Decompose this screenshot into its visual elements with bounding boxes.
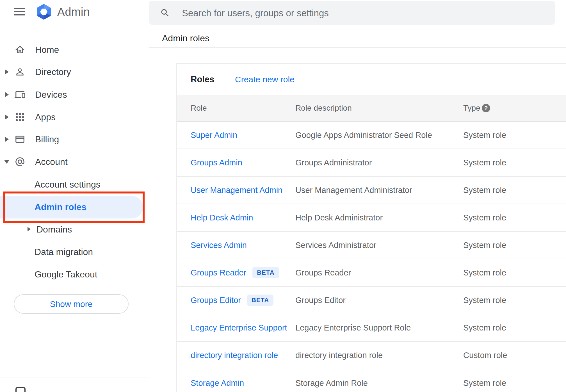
at-email-icon xyxy=(15,156,25,167)
help-icon[interactable]: ? xyxy=(482,104,490,112)
sidebar-item-label: Account settings xyxy=(35,179,101,190)
role-type: System role xyxy=(463,379,506,388)
beta-badge: BETA xyxy=(252,267,279,278)
sidebar-item-domains[interactable]: Domains xyxy=(0,218,144,241)
sidebar-bottom-divider xyxy=(0,377,149,377)
role-description: Google Apps Administrator Seed Role xyxy=(295,131,432,140)
column-header-description: Role description xyxy=(295,104,352,113)
sidebar-item-data-migration[interactable]: Data migration xyxy=(0,241,144,263)
role-link[interactable]: Legacy Enterprise Support xyxy=(191,323,287,332)
role-link[interactable]: Storage Admin xyxy=(191,379,244,388)
role-link[interactable]: Services Admin xyxy=(191,241,247,250)
table-row: Help Desk Admin Help Desk Administrator … xyxy=(177,204,566,232)
sidebar: Admin Home Directory Devices xyxy=(0,0,149,392)
role-type: System role xyxy=(463,323,506,332)
partially-visible-icon xyxy=(15,387,26,392)
hamburger-menu-icon[interactable] xyxy=(14,8,25,15)
role-description: Groups Editor xyxy=(295,296,346,305)
roles-card: Roles Create new role Role Role descript… xyxy=(176,63,566,392)
roles-toolbar: Roles Create new role xyxy=(177,64,566,95)
sidebar-item-apps[interactable]: Apps xyxy=(0,106,144,128)
role-link[interactable]: Groups Admin xyxy=(191,158,242,167)
role-link-label: Groups Editor xyxy=(191,296,241,305)
search-bar xyxy=(149,1,555,25)
role-link[interactable]: Help Desk Admin xyxy=(191,213,253,222)
admin-hexagon-logo-icon xyxy=(35,3,52,20)
sidebar-item-google-takeout[interactable]: Google Takeout xyxy=(0,263,144,286)
table-header-row: Role Role description Type ? xyxy=(177,95,566,122)
devices-icon xyxy=(15,89,25,100)
role-link[interactable]: Super Admin xyxy=(191,131,237,140)
role-description: User Management Administrator xyxy=(295,186,412,195)
column-header-type: Type xyxy=(463,104,480,113)
expand-arrow-icon xyxy=(5,115,9,120)
role-description: Groups Reader xyxy=(295,268,351,277)
role-type: Custom role xyxy=(463,351,507,360)
sidebar-item-label: Devices xyxy=(35,90,67,100)
person-icon xyxy=(15,67,25,77)
sidebar-item-billing[interactable]: Billing xyxy=(0,128,144,151)
sidebar-item-label: Apps xyxy=(35,112,56,122)
role-type: System role xyxy=(463,213,506,222)
sidebar-item-devices[interactable]: Devices xyxy=(0,83,144,106)
table-row: Legacy Enterprise Support Legacy Enterpr… xyxy=(177,314,566,342)
sidebar-item-label: Data migration xyxy=(35,247,93,257)
role-description: Legacy Enterprise Support Role xyxy=(295,323,411,332)
sidebar-item-home[interactable]: Home xyxy=(0,38,144,61)
search-icon xyxy=(160,8,170,18)
sidebar-item-directory[interactable]: Directory xyxy=(0,61,144,83)
table-row: User Management Admin User Management Ad… xyxy=(177,177,566,204)
table-row: directory integration role directory int… xyxy=(177,342,566,369)
role-type: System role xyxy=(463,186,506,195)
role-description: Services Administrator xyxy=(295,241,376,250)
apps-grid-icon xyxy=(15,112,25,122)
role-description: Help Desk Administrator xyxy=(295,213,383,222)
role-link-label: Groups Reader xyxy=(191,268,246,277)
header-divider xyxy=(149,47,566,48)
table-row: Storage Admin Storage Admin Role System … xyxy=(177,369,566,392)
role-description: directory integration role xyxy=(295,351,383,360)
table-row: Groups Admin Groups Administrator System… xyxy=(177,149,566,177)
table-row: Services Admin Services Administrator Sy… xyxy=(177,232,566,259)
role-description: Groups Administrator xyxy=(295,158,372,167)
role-type: System role xyxy=(463,241,506,250)
table-row: Groups Reader BETA Groups Reader System … xyxy=(177,259,566,287)
expand-arrow-icon xyxy=(28,227,31,231)
expand-arrow-icon xyxy=(5,137,9,142)
role-type: System role xyxy=(463,158,506,167)
expand-arrow-icon xyxy=(5,92,9,97)
create-new-role-link[interactable]: Create new role xyxy=(235,75,295,84)
collapse-arrow-icon xyxy=(4,160,9,164)
column-header-role: Role xyxy=(191,104,207,113)
role-type: System role xyxy=(463,131,506,140)
sidebar-item-label: Domains xyxy=(36,224,72,235)
search-input[interactable] xyxy=(181,1,545,25)
credit-card-icon xyxy=(15,134,25,145)
beta-badge: BETA xyxy=(247,295,273,306)
sidebar-item-label: Google Takeout xyxy=(35,269,97,280)
role-link[interactable]: Groups Editor BETA xyxy=(191,295,273,306)
breadcrumb: Admin roles xyxy=(162,33,209,44)
role-link[interactable]: User Management Admin xyxy=(191,186,282,195)
show-more-label: Show more xyxy=(50,299,93,309)
table-row: Groups Editor BETA Groups Editor System … xyxy=(177,287,566,314)
expand-arrow-icon xyxy=(5,69,9,74)
sidebar-item-account[interactable]: Account xyxy=(0,151,144,173)
role-description: Storage Admin Role xyxy=(295,379,368,388)
table-row: Super Admin Google Apps Administrator Se… xyxy=(177,122,566,149)
sidebar-item-label: Account xyxy=(35,157,68,167)
admin-logo: Admin xyxy=(35,3,90,20)
role-link[interactable]: directory integration role xyxy=(191,351,278,360)
role-link[interactable]: Groups Reader BETA xyxy=(191,267,279,278)
page-title: Roles xyxy=(191,74,214,85)
show-more-button[interactable]: Show more xyxy=(14,294,129,314)
home-icon xyxy=(15,44,25,55)
admin-logo-text: Admin xyxy=(57,6,90,18)
role-type: System role xyxy=(463,268,506,277)
sidebar-item-label: Directory xyxy=(35,67,71,77)
sidebar-item-label: Billing xyxy=(35,134,59,145)
sidebar-item-label: Home xyxy=(35,45,59,55)
role-type: System role xyxy=(463,296,506,305)
